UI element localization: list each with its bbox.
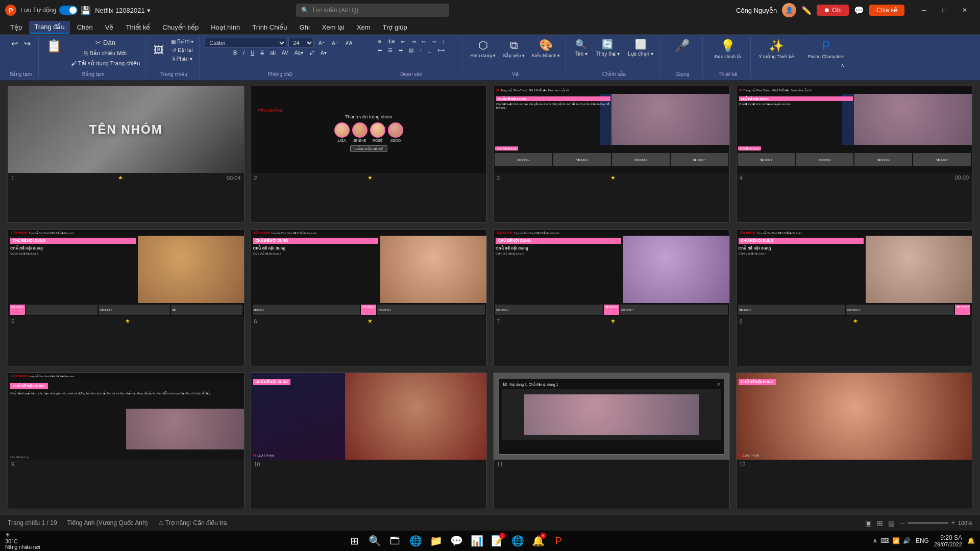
- layout-button[interactable]: ▦ Bố trí ▾: [168, 38, 196, 45]
- line-spacing-button[interactable]: ↕: [439, 38, 447, 45]
- rtl-button[interactable]: ⇐: [419, 38, 428, 45]
- volume-icon[interactable]: 🔊: [903, 537, 911, 544]
- slide-9[interactable]: TÊN NHÓM Trang chủ Phim Thánh Mới & Phổ …: [8, 372, 244, 509]
- font-family-select[interactable]: Calibri: [205, 38, 286, 48]
- redo-button[interactable]: ↪: [21, 38, 33, 49]
- search-bar[interactable]: 🔍 Tìm kiếm (Alt+Q): [296, 4, 449, 17]
- explorer-button[interactable]: 📁: [427, 532, 445, 550]
- slide-7[interactable]: TÊN NHÓM Trang chủ Phim Thánh Mới & Phổ …: [493, 229, 730, 366]
- menu-animations[interactable]: Hoạt hình: [206, 21, 245, 33]
- bold-button[interactable]: B: [231, 49, 239, 57]
- grid-view-button[interactable]: ⊞: [877, 519, 883, 527]
- notification-center-button[interactable]: 🔔: [967, 537, 975, 544]
- slide-6[interactable]: TÊN NHÓM Trang chủ Phim Thánh Mới & Phổ …: [251, 229, 487, 366]
- menu-file[interactable]: Tệp: [5, 21, 27, 33]
- shapes-button[interactable]: ⬡Hình dạng ▾: [468, 38, 498, 59]
- numbering-button[interactable]: ①≡: [385, 38, 398, 45]
- slide-12[interactable]: CHỦ ĐỀ NỘI DUNG N LOẠT PHIM 12: [736, 372, 973, 509]
- section-button[interactable]: § Phần ▾: [168, 55, 196, 63]
- slide-1[interactable]: TÊN NHÓM 1 ★ 00:04: [8, 86, 244, 223]
- reader-view-button[interactable]: ▤: [888, 519, 895, 527]
- reset-button[interactable]: ↺ Đặt lại: [168, 46, 196, 54]
- teams2-button[interactable]: 📊: [468, 532, 486, 550]
- copy-button[interactable]: ⎘ Bản chiếu Mới: [68, 49, 142, 58]
- text-direction-button[interactable]: ⎯: [426, 46, 434, 54]
- pixton-button[interactable]: P Pixton Characters: [805, 38, 847, 60]
- replace-button[interactable]: 🔄Thay thế ▾: [593, 38, 622, 58]
- cut-button[interactable]: ✂ Dán: [68, 38, 142, 47]
- share-button[interactable]: Chia sẻ: [869, 5, 904, 16]
- indent-inc-button[interactable]: ⇥: [409, 38, 418, 45]
- menu-insert[interactable]: Chèn: [72, 21, 98, 33]
- search-button[interactable]: 🔍: [365, 532, 384, 550]
- expand-ribbon-button[interactable]: ∧: [838, 61, 847, 69]
- format-painter-button[interactable]: 🖌 Tải sử dụng Trang chiếu: [68, 59, 142, 68]
- start-button[interactable]: ⊞: [345, 532, 363, 550]
- zoom-in-button[interactable]: +: [951, 519, 955, 527]
- keyboard-icon[interactable]: ⌨: [880, 537, 889, 544]
- pen-icon[interactable]: ✏️: [801, 6, 812, 15]
- record-button[interactable]: ⏺Ghi: [817, 5, 849, 16]
- user-avatar[interactable]: 👤: [782, 3, 796, 17]
- align-right-button[interactable]: ➡: [396, 46, 405, 54]
- paste-button[interactable]: 📋: [44, 38, 64, 54]
- select-button[interactable]: ⬜Lựa chọn ▾: [625, 38, 656, 58]
- network-icon[interactable]: 📶: [892, 537, 900, 544]
- slide-3[interactable]: N Trang chủ Phim Thánh Mới & Phổ biến Da…: [493, 86, 730, 223]
- slide-2[interactable]: TÊN NHÓM Thành viên trong nhóm LISA JENN…: [251, 86, 487, 223]
- close-button[interactable]: ✕: [954, 2, 975, 18]
- slide-4[interactable]: N Trang chủ Phim Thánh Mới & Phổ biến Da…: [736, 86, 973, 223]
- align-left-button[interactable]: ⬅: [375, 46, 384, 54]
- chevron-icon[interactable]: ∧: [873, 537, 877, 544]
- indent-dec-button[interactable]: ⇤: [399, 38, 408, 45]
- menu-record[interactable]: Ghi: [295, 21, 315, 33]
- designer-button[interactable]: 💡 Đọc chính tả: [712, 38, 744, 60]
- powerpoint-button[interactable]: P: [549, 532, 568, 550]
- chrome-button[interactable]: 🌐: [508, 532, 527, 550]
- save-icon[interactable]: 💾: [81, 6, 91, 15]
- dictate-button[interactable]: 🎤: [672, 38, 693, 54]
- autosave-toggle[interactable]: [59, 6, 78, 15]
- style-button[interactable]: 🎨Kiểu Nhanh ▾: [529, 38, 563, 59]
- underline-button[interactable]: U: [248, 49, 257, 57]
- arrange-button[interactable]: ⧉Sắp xếp ▾: [500, 38, 527, 59]
- task-view-button[interactable]: 🗔: [386, 532, 404, 550]
- bullets-button[interactable]: ≡: [376, 38, 384, 45]
- slide-5[interactable]: TÊN NHÓM Trang chủ Phim Thánh Mới & Phổ …: [8, 229, 244, 366]
- dropdown-icon[interactable]: ▾: [147, 7, 151, 14]
- undo-button[interactable]: ↩: [9, 38, 20, 49]
- align-center-button[interactable]: ☰: [385, 46, 395, 54]
- menu-help[interactable]: Trợ giúp: [378, 21, 412, 33]
- justify-button[interactable]: ▤: [406, 46, 416, 54]
- ltr-button[interactable]: ⇒: [429, 38, 438, 45]
- slide-8[interactable]: TÊN NHÓM Trang chủ Phim Thánh Mới & Phổ …: [736, 229, 973, 366]
- convert-smartart-button[interactable]: ⟷: [435, 46, 447, 54]
- menu-draw[interactable]: Vẽ: [100, 21, 119, 33]
- notes-button[interactable]: 📝 2: [488, 532, 506, 550]
- slide-10[interactable]: CHỦ ĐỀ NỘI DUNG N LOẠT PHIM 10: [251, 372, 487, 509]
- notifications-button[interactable]: 🔔 5: [529, 532, 547, 550]
- maximize-button[interactable]: □: [934, 2, 954, 18]
- edge-button[interactable]: 🌐: [406, 532, 425, 550]
- menu-slideshow[interactable]: Trình Chiếu: [247, 21, 292, 33]
- font-color-button[interactable]: A▾: [318, 49, 329, 57]
- find-button[interactable]: 🔍Tìm ▾: [572, 38, 590, 58]
- menu-design[interactable]: Thiết kế: [120, 21, 155, 33]
- columns-button[interactable]: ⫶: [417, 46, 425, 54]
- clear-format-button[interactable]: ✗A: [342, 39, 355, 47]
- strikethrough-button[interactable]: S: [258, 49, 266, 57]
- normal-view-button[interactable]: ▣: [865, 519, 872, 527]
- change-case-button[interactable]: Aa▾: [292, 49, 306, 57]
- ideas-button[interactable]: ✨ Ý tưởng Thiết kế: [756, 38, 796, 60]
- increase-font-button[interactable]: A⁺: [316, 39, 327, 47]
- menu-home[interactable]: Trang đầu: [29, 21, 70, 34]
- menu-view[interactable]: Xem: [352, 21, 376, 33]
- decrease-font-button[interactable]: A⁻: [329, 39, 340, 47]
- charspacing-button[interactable]: AV: [279, 49, 291, 57]
- menu-transitions[interactable]: Chuyển tiếp: [157, 21, 204, 33]
- zoom-slider[interactable]: [908, 522, 948, 524]
- zoom-out-button[interactable]: ─: [900, 519, 904, 527]
- highlight-button[interactable]: 🖍: [307, 49, 317, 57]
- font-size-select[interactable]: 24: [288, 38, 314, 48]
- teams-button[interactable]: 💬: [447, 532, 465, 550]
